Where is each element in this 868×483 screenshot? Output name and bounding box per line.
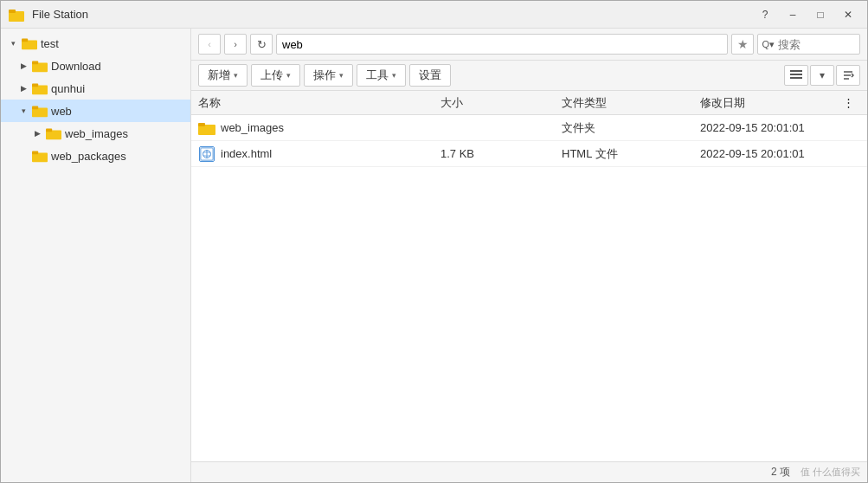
titlebar: File Station ? – □ ✕ <box>1 1 867 29</box>
folder-icon <box>32 80 48 96</box>
table-row[interactable]: index.html 1.7 KB HTML 文件 2022-09-15 20:… <box>191 141 867 167</box>
upload-label: 上传 <box>260 68 283 83</box>
arrow-icon: ▶ <box>18 83 29 93</box>
folder-icon <box>32 103 48 119</box>
bookmark-button[interactable]: ★ <box>731 34 754 55</box>
help-button[interactable]: ? <box>753 6 777 23</box>
action-toolbar: 新增 ▾ 上传 ▾ 操作 ▾ 工具 ▾ 设置 <box>191 61 867 91</box>
sidebar-item-label: web_images <box>65 127 128 140</box>
svg-rect-5 <box>32 61 38 65</box>
svg-rect-11 <box>46 129 52 132</box>
new-label: 新增 <box>208 68 230 83</box>
folder-icon <box>22 35 37 51</box>
col-header-more: ⋮ <box>843 96 860 109</box>
list-view-icon <box>790 69 802 81</box>
file-date: 2022-09-15 20:01:01 <box>700 147 860 160</box>
file-station-window: File Station ? – □ ✕ ▾ test ▶ <box>0 0 868 483</box>
sidebar-item-label: Download <box>51 60 101 73</box>
action-button[interactable]: 操作 ▾ <box>304 64 353 87</box>
svg-rect-3 <box>22 39 28 42</box>
status-items-count: 2 项 <box>771 465 790 480</box>
app-title: File Station <box>32 8 88 21</box>
col-header-type: 文件类型 <box>562 95 700 111</box>
html-icon <box>199 146 215 162</box>
titlebar-left: File Station <box>8 6 88 23</box>
arrow-icon: ▾ <box>8 38 18 48</box>
close-button[interactable]: ✕ <box>836 6 860 23</box>
sidebar: ▾ test ▶ Download ▶ <box>1 29 191 482</box>
action-label: 操作 <box>313 68 336 83</box>
file-list: web_images 文件夹 2022-09-15 20:01:01 <box>191 115 867 461</box>
sidebar-item-label: qunhui <box>51 82 85 95</box>
col-header-size: 大小 <box>440 95 562 111</box>
sidebar-item-web-images[interactable]: ▶ web_images <box>1 122 190 145</box>
search-input[interactable] <box>778 38 856 51</box>
sidebar-item-web-packages[interactable]: ▶ web_packages <box>1 145 190 167</box>
sort-icon <box>842 69 854 81</box>
maximize-button[interactable]: □ <box>808 6 833 23</box>
watermark: 值 什么值得买 <box>800 466 860 479</box>
sidebar-item-test[interactable]: ▾ test <box>1 32 190 55</box>
sort-button[interactable] <box>836 65 860 86</box>
dropdown-arrow-icon: ▾ <box>392 71 396 80</box>
back-button[interactable]: ‹ <box>198 34 221 55</box>
svg-rect-14 <box>790 70 802 72</box>
folder-icon <box>32 58 48 74</box>
statusbar: 2 项 值 什么值得买 <box>191 461 867 482</box>
folder-icon <box>46 126 61 141</box>
html-file-icon <box>198 145 215 163</box>
upload-button[interactable]: 上传 ▾ <box>251 64 300 87</box>
tools-button[interactable]: 工具 ▾ <box>357 64 406 87</box>
tools-label: 工具 <box>366 68 389 83</box>
sidebar-item-web[interactable]: ▾ web <box>1 100 190 122</box>
arrow-icon: ▾ <box>18 106 29 116</box>
dropdown-arrow-icon: ▾ <box>339 71 344 80</box>
dropdown-arrow-icon: ▾ <box>286 71 291 80</box>
sidebar-item-qunhui[interactable]: ▶ qunhui <box>1 77 190 100</box>
settings-button[interactable]: 设置 <box>409 64 451 87</box>
svg-rect-13 <box>32 151 38 155</box>
toolbar-right: ▾ <box>784 65 860 86</box>
folder-file-icon <box>198 119 215 137</box>
dropdown-arrow-icon: ▾ <box>234 71 238 80</box>
new-button[interactable]: 新增 ▾ <box>198 64 248 87</box>
minimize-button[interactable]: – <box>781 6 805 23</box>
col-header-date: 修改日期 <box>700 95 843 111</box>
settings-label: 设置 <box>419 68 441 83</box>
svg-rect-16 <box>790 77 802 79</box>
search-icon: Q▾ <box>762 39 775 50</box>
sidebar-item-label: test <box>41 37 59 50</box>
app-icon <box>8 6 25 23</box>
arrow-icon: ▶ <box>18 61 29 71</box>
right-panel: ‹ › ↻ ★ Q▾ 新增 ▾ 上传 ▾ <box>191 29 867 482</box>
address-toolbar: ‹ › ↻ ★ Q▾ <box>191 29 867 61</box>
sidebar-item-label: web_packages <box>51 150 126 163</box>
file-name: web_images <box>221 121 440 134</box>
col-header-name: 名称 <box>198 95 440 111</box>
svg-rect-9 <box>32 106 38 110</box>
view-dropdown-button[interactable]: ▾ <box>810 65 834 86</box>
svg-rect-15 <box>790 74 802 75</box>
titlebar-controls: ? – □ ✕ <box>753 6 860 23</box>
refresh-button[interactable]: ↻ <box>250 34 273 55</box>
file-type: HTML 文件 <box>562 146 700 162</box>
items-count: 2 <box>771 466 777 478</box>
svg-rect-7 <box>32 84 38 87</box>
sidebar-item-download[interactable]: ▶ Download <box>1 55 190 77</box>
svg-rect-21 <box>198 123 205 126</box>
items-suffix: 项 <box>780 466 790 478</box>
sidebar-item-label: web <box>51 105 72 118</box>
table-row[interactable]: web_images 文件夹 2022-09-15 20:01:01 <box>191 115 867 141</box>
file-size: 1.7 KB <box>440 147 562 160</box>
svg-rect-1 <box>9 10 16 13</box>
file-date: 2022-09-15 20:01:01 <box>700 121 860 134</box>
folder-icon <box>32 148 48 164</box>
forward-button[interactable]: › <box>224 34 247 55</box>
address-input[interactable] <box>276 34 728 55</box>
search-area: Q▾ <box>757 34 860 55</box>
file-type: 文件夹 <box>562 120 700 136</box>
list-view-button[interactable] <box>784 65 808 86</box>
file-name: index.html <box>221 147 440 160</box>
arrow-icon: ▶ <box>32 128 42 138</box>
column-headers: 名称 大小 文件类型 修改日期 ⋮ <box>191 91 867 115</box>
